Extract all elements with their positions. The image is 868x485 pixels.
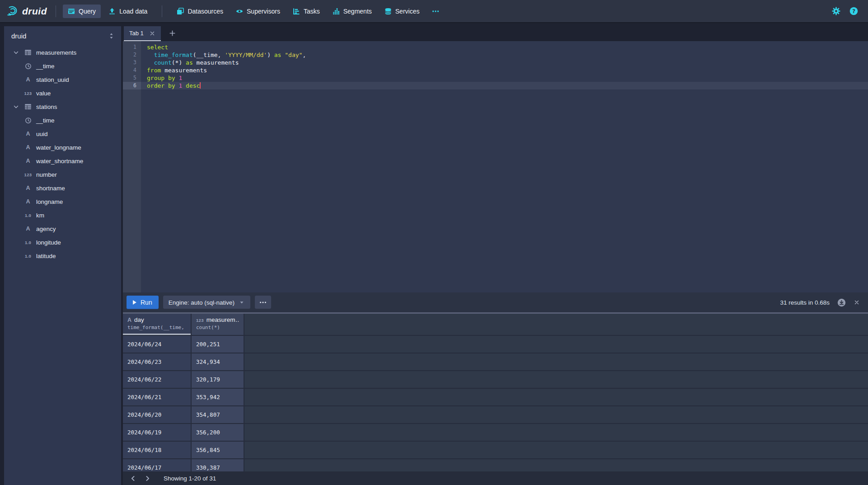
tree-item-label: agency — [36, 226, 56, 232]
settings-gear-icon[interactable] — [832, 7, 840, 15]
tree-item-uuid[interactable]: Auuid — [4, 127, 121, 141]
cell-measurements[interactable]: 324,934 — [192, 353, 244, 370]
nav-item-more[interactable] — [427, 5, 444, 18]
tree-item-__time[interactable]: __time — [4, 113, 121, 127]
tree-item-label: km — [36, 212, 44, 219]
tree-item-label: longitude — [36, 239, 61, 246]
code-line-3[interactable]: count(*) as measurements — [141, 59, 868, 66]
cell-day[interactable]: 2024/06/20 — [123, 406, 192, 423]
line-number: 4 — [123, 66, 141, 74]
new-tab-icon[interactable] — [169, 30, 176, 37]
tree-item-stations[interactable]: stations — [4, 100, 121, 113]
nav-right: ? — [832, 7, 862, 15]
nav-item-services[interactable]: Services — [380, 5, 425, 18]
tree-item-label: water_shortname — [36, 158, 83, 165]
nav-item-segments[interactable]: Segments — [328, 5, 377, 18]
column-expression: time_format(__time, … — [127, 325, 186, 330]
schema-name: druid — [11, 32, 26, 40]
tree-item-longitude[interactable]: 1.0longitude — [4, 235, 121, 249]
number-icon: 123 — [24, 91, 32, 96]
schema-header[interactable]: druid — [4, 26, 121, 46]
help-icon[interactable]: ? — [849, 7, 858, 15]
tree-item-label: uuid — [36, 131, 48, 137]
code-line-5[interactable]: group by 1 — [141, 74, 868, 82]
cell-measurements[interactable]: 353,942 — [192, 389, 244, 405]
nav-item-label: Query — [79, 8, 96, 15]
cell-day[interactable]: 2024/06/24 — [123, 336, 192, 353]
tree-item-label: water_longname — [36, 144, 81, 151]
supervisors-icon — [236, 8, 243, 15]
tree-item-label: shortname — [36, 185, 65, 192]
tree-item-latitude[interactable]: 1.0latitude — [4, 249, 121, 263]
table-icon — [24, 49, 32, 56]
string-icon: A — [24, 131, 32, 137]
line-number: 5 — [123, 74, 141, 82]
tab-close-icon[interactable] — [149, 30, 155, 37]
tree-item-agency[interactable]: Aagency — [4, 222, 121, 235]
code-line-4[interactable]: from measurements — [141, 66, 868, 74]
cell-day[interactable]: 2024/06/19 — [123, 424, 192, 441]
column-header-1[interactable]: Adaytime_format(__time, … — [123, 314, 192, 335]
code-line-2[interactable]: time_format(__time, 'YYYY/MM/dd') as "da… — [141, 51, 868, 59]
results-panel: Adaytime_format(__time, …123measurem…cou… — [123, 314, 868, 485]
code-line-1[interactable]: select — [141, 43, 868, 51]
nav-item-load-data[interactable]: Load data — [103, 5, 152, 18]
pagination-label: Showing 1-20 of 31 — [164, 475, 216, 482]
cell-day[interactable]: 2024/06/18 — [123, 442, 192, 458]
tree-item-water_longname[interactable]: Awater_longname — [4, 141, 121, 154]
tree-item-water_shortname[interactable]: Awater_shortname — [4, 154, 121, 168]
nav-item-label: Services — [395, 8, 420, 15]
tree-item-label: number — [36, 171, 57, 178]
next-page-icon[interactable] — [143, 475, 152, 482]
column-expression: count(*) — [196, 325, 239, 330]
tree-item-measurements[interactable]: measurements — [4, 46, 121, 59]
play-icon — [133, 300, 136, 305]
pagination-bar: Showing 1-20 of 31 — [123, 471, 868, 485]
double-caret-icon[interactable] — [108, 33, 115, 39]
cell-day[interactable]: 2024/06/22 — [123, 371, 192, 388]
nav-item-query[interactable]: Query — [63, 5, 101, 18]
app-logo[interactable]: druid — [6, 5, 49, 17]
load-data-icon — [108, 8, 116, 15]
editor-code[interactable]: select time_format(__time, 'YYYY/MM/dd')… — [141, 41, 868, 292]
sql-editor[interactable]: 123456 select time_format(__time, 'YYYY/… — [123, 41, 868, 292]
code-line-6[interactable]: order by 1 desc — [141, 82, 868, 89]
run-button[interactable]: Run — [127, 296, 159, 309]
cell-day[interactable]: 2024/06/21 — [123, 389, 192, 405]
divider — [162, 5, 162, 17]
engine-select[interactable]: Engine: auto (sql-native) — [163, 296, 250, 309]
table-row: 2024/06/23324,934 — [123, 353, 868, 371]
column-header-2[interactable]: 123measurem…count(*) — [192, 314, 244, 335]
tree-item-km[interactable]: 1.0km — [4, 208, 121, 222]
nav-item-tasks[interactable]: Tasks — [288, 5, 325, 18]
query-more-button[interactable] — [255, 296, 271, 309]
cell-measurements[interactable]: 356,200 — [192, 424, 244, 441]
nav-menu: QueryLoad dataDatasourcesSupervisorsTask… — [63, 5, 444, 18]
tree-item-value[interactable]: 123value — [4, 86, 121, 100]
results-header: Adaytime_format(__time, …123measurem…cou… — [123, 314, 868, 336]
nav-item-datasources[interactable]: Datasources — [172, 5, 228, 18]
tree-item-number[interactable]: 123number — [4, 168, 121, 181]
cell-measurements[interactable]: 320,179 — [192, 371, 244, 388]
download-icon[interactable] — [837, 298, 846, 307]
svg-text:?: ? — [852, 8, 855, 14]
cell-day[interactable]: 2024/06/23 — [123, 353, 192, 370]
cell-measurements[interactable]: 200,251 — [192, 336, 244, 353]
tree-item-shortname[interactable]: Ashortname — [4, 181, 121, 195]
nav-item-supervisors[interactable]: Supervisors — [231, 5, 285, 18]
tab-tab1[interactable]: Tab 1 — [124, 26, 161, 41]
nav-item-label: Load data — [119, 8, 147, 15]
cell-measurements[interactable]: 356,845 — [192, 442, 244, 458]
tree-item-label: __time — [36, 63, 55, 70]
caret-down-icon — [239, 299, 245, 306]
tree-item-longname[interactable]: Alongname — [4, 195, 121, 208]
tree-item-label: stations — [36, 104, 57, 110]
cell-measurements[interactable]: 354,807 — [192, 406, 244, 423]
tree-item-station_uuid[interactable]: Astation_uuid — [4, 73, 121, 86]
tree-item-__time[interactable]: __time — [4, 59, 121, 73]
more-icon — [432, 8, 439, 15]
tree-item-label: longname — [36, 198, 63, 205]
tree-item-label: station_uuid — [36, 76, 69, 83]
close-results-icon[interactable] — [854, 299, 860, 306]
prev-page-icon[interactable] — [128, 475, 137, 482]
